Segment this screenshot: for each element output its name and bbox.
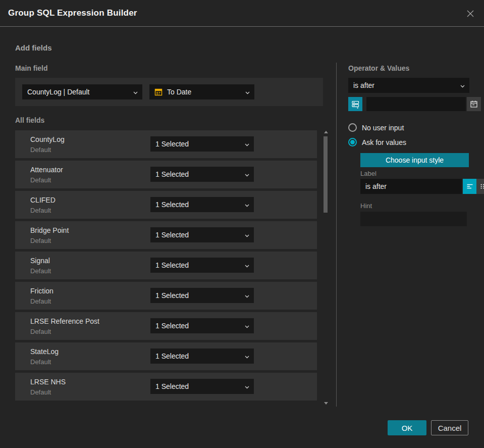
field-row: LRSE NHS Default 1 Selected: [15, 373, 317, 401]
radio-circle-icon: [348, 123, 357, 132]
choose-input-style-button[interactable]: Choose input style: [360, 153, 469, 167]
main-field-label: Main field: [15, 64, 48, 72]
field-selected-value: 1 Selected: [155, 170, 189, 178]
field-selected-value: 1 Selected: [155, 382, 189, 390]
close-icon[interactable]: [463, 6, 478, 21]
field-subtitle: Default: [30, 207, 51, 214]
scroll-down-icon[interactable]: [324, 402, 328, 405]
chevron-down-icon: [460, 81, 465, 89]
field-row: LRSE Reference Post Default 1 Selected: [15, 312, 317, 340]
add-fields-heading: Add fields: [15, 43, 52, 52]
chevron-down-icon: [245, 382, 249, 390]
chevron-down-icon: [245, 291, 249, 300]
panel-divider: [336, 63, 337, 407]
field-selected-dropdown[interactable]: 1 Selected: [150, 197, 254, 212]
field-name: CountyLog: [30, 135, 65, 143]
ok-button[interactable]: OK: [388, 420, 426, 435]
field-selected-dropdown[interactable]: 1 Selected: [150, 167, 254, 182]
field-subtitle: Default: [30, 237, 51, 244]
field-row: StateLog Default 1 Selected: [15, 342, 317, 370]
field-name: Signal: [30, 257, 50, 265]
field-name: CLIFED: [30, 196, 56, 204]
field-subtitle: Default: [30, 176, 51, 184]
label-caption: Label: [360, 170, 377, 177]
field-name: Bridge Point: [30, 226, 69, 234]
dialog-title: Group SQL Expression Builder: [0, 8, 137, 18]
field-selected-dropdown[interactable]: 1 Selected: [150, 288, 254, 303]
chevron-down-icon: [245, 201, 249, 209]
chevron-down-icon: [133, 88, 138, 96]
fields-list-scrollbar[interactable]: [323, 130, 328, 406]
value-input[interactable]: [366, 97, 466, 111]
field-selected-value: 1 Selected: [155, 322, 189, 330]
chevron-down-icon: [245, 140, 249, 148]
list-icon[interactable]: [476, 179, 484, 194]
field-selected-value: 1 Selected: [155, 231, 189, 239]
field-selected-value: 1 Selected: [155, 201, 189, 209]
chevron-down-icon: [245, 261, 249, 269]
all-fields-list: CountyLog Default 1 Selected Attenuator …: [15, 130, 317, 403]
field-name: Friction: [30, 287, 53, 295]
chevron-down-icon: [245, 231, 249, 239]
field-row: CountyLog Default 1 Selected: [15, 130, 317, 158]
align-left-icon[interactable]: [463, 179, 476, 194]
field-row: Bridge Point Default 1 Selected: [15, 221, 317, 249]
operator-dropdown-value: is after: [353, 81, 374, 89]
field-row: Friction Default 1 Selected: [15, 282, 317, 310]
field-name: Attenuator: [30, 166, 63, 174]
dialog-titlebar: Group SQL Expression Builder: [0, 0, 484, 27]
cancel-button[interactable]: Cancel: [431, 420, 468, 435]
chevron-down-icon: [245, 322, 249, 330]
field-selected-dropdown[interactable]: 1 Selected: [150, 379, 254, 394]
date-type-dropdown-value: To Date: [167, 88, 191, 96]
operator-dropdown[interactable]: is after: [348, 78, 469, 93]
main-field-dropdown-value: CountyLog | Default: [27, 88, 90, 96]
all-fields-label: All fields: [15, 116, 44, 124]
label-input[interactable]: [360, 179, 462, 194]
field-selected-dropdown[interactable]: 1 Selected: [150, 227, 254, 242]
main-field-box: CountyLog | Default To Date: [15, 78, 323, 106]
field-subtitle: Default: [30, 146, 51, 154]
field-subtitle: Default: [30, 388, 51, 396]
field-row: Attenuator Default 1 Selected: [15, 161, 317, 188]
radio-selected-icon: [348, 138, 357, 146]
chevron-down-icon: [245, 352, 249, 360]
radio-ask-for-values[interactable]: Ask for values: [348, 138, 406, 146]
field-subtitle: Default: [30, 328, 51, 335]
chevron-down-icon: [245, 88, 250, 96]
field-subtitle: Default: [30, 297, 51, 305]
chevron-down-icon: [245, 170, 249, 178]
operator-values-heading: Operator & Values: [348, 64, 409, 72]
field-row: Signal Default 1 Selected: [15, 252, 317, 279]
field-subtitle: Default: [30, 267, 51, 275]
field-selected-value: 1 Selected: [155, 261, 189, 269]
field-name: LRSE NHS: [30, 378, 66, 386]
field-selected-dropdown[interactable]: 1 Selected: [150, 136, 254, 152]
field-selected-dropdown[interactable]: 1 Selected: [150, 349, 254, 364]
radio-ask-for-values-label: Ask for values: [362, 138, 406, 146]
field-name: LRSE Reference Post: [30, 317, 99, 325]
field-selected-value: 1 Selected: [155, 291, 189, 300]
field-selected-value: 1 Selected: [155, 140, 189, 148]
calendar-icon: [154, 88, 163, 96]
field-selected-dropdown[interactable]: 1 Selected: [150, 258, 254, 273]
value-type-stack-icon[interactable]: [348, 97, 362, 111]
scrollbar-thumb[interactable]: [324, 136, 328, 213]
date-picker-calendar-icon[interactable]: [467, 97, 481, 111]
scroll-up-icon[interactable]: [324, 131, 328, 133]
field-selected-dropdown[interactable]: 1 Selected: [150, 318, 254, 333]
field-row: CLIFED Default 1 Selected: [15, 191, 317, 219]
main-field-dropdown[interactable]: CountyLog | Default: [22, 84, 142, 99]
field-name: StateLog: [30, 347, 59, 356]
radio-no-user-input[interactable]: No user input: [348, 123, 404, 132]
field-subtitle: Default: [30, 358, 51, 366]
hint-caption: Hint: [360, 202, 372, 210]
radio-no-user-input-label: No user input: [362, 124, 404, 132]
date-type-dropdown[interactable]: To Date: [149, 84, 254, 99]
field-selected-value: 1 Selected: [155, 352, 189, 360]
hint-input[interactable]: [360, 212, 467, 226]
label-input-row: [360, 179, 469, 194]
value-input-row: [348, 97, 469, 111]
